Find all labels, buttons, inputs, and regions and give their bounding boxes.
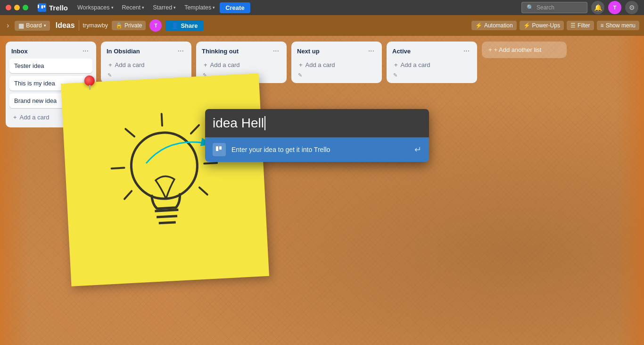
svg-line-11 xyxy=(124,191,132,199)
add-list-button[interactable]: + + Add another list xyxy=(482,42,567,58)
list-in-obsidian-header: In Obsidian ··· xyxy=(105,45,188,59)
sticky-note xyxy=(61,73,269,286)
list-in-obsidian: In Obsidian ··· + Add a card ✎ xyxy=(101,42,191,83)
automation-label: Automation xyxy=(484,22,513,29)
menu-icon: ≡ xyxy=(601,22,604,29)
svg-line-8 xyxy=(112,168,124,168)
list-thinking-out-menu[interactable]: ··· xyxy=(271,46,281,56)
workspace-name: trymawby xyxy=(83,22,108,29)
edit-icon-active[interactable]: ✎ xyxy=(390,71,473,79)
search-bar[interactable]: 🔍 Search xyxy=(521,2,587,13)
board-view-selector[interactable]: ▦ Board ▾ xyxy=(15,21,50,31)
trello-suggestion-icon xyxy=(213,143,226,156)
add-icon: + xyxy=(13,114,17,121)
titlebar: Trello Workspaces ▾ Recent ▾ Starred ▾ T… xyxy=(0,0,644,15)
svg-line-10 xyxy=(204,163,217,163)
card-tester-idea[interactable]: Tester idea xyxy=(9,59,92,73)
svg-line-9 xyxy=(190,125,199,134)
filter-label: Filter xyxy=(578,22,590,29)
board-title: Ideas xyxy=(56,21,75,30)
automation-icon: ⚡ xyxy=(475,22,482,29)
user-avatar[interactable]: T xyxy=(608,1,621,14)
list-inbox-header: Inbox ··· xyxy=(9,45,92,59)
svg-line-7 xyxy=(125,128,134,137)
trello-icon xyxy=(38,3,46,12)
privacy-badge[interactable]: 🔒 Private xyxy=(112,21,146,30)
list-inbox-title: Inbox xyxy=(11,48,28,55)
svg-point-2 xyxy=(130,131,199,200)
nav-starred[interactable]: Starred ▾ xyxy=(149,3,180,12)
list-in-obsidian-menu[interactable]: ··· xyxy=(176,46,186,56)
settings-button[interactable]: ⚙ xyxy=(625,1,638,14)
board-toolbar: › ▦ Board ▾ Ideas trymawby 🔒 Private T 👤… xyxy=(0,15,644,36)
privacy-label: Private xyxy=(124,22,142,29)
titlebar-nav: Workspaces ▾ Recent ▾ Starred ▾ Template… xyxy=(74,2,250,13)
titlebar-right: 🔍 Search 🔔 T ⚙ xyxy=(521,1,638,14)
svg-line-4 xyxy=(157,216,177,217)
create-button[interactable]: Create xyxy=(220,2,250,13)
add-list-icon: + xyxy=(488,46,492,53)
svg-line-6 xyxy=(162,114,162,126)
share-button[interactable]: 👤 Share xyxy=(165,20,203,31)
add-icon-thinking: + xyxy=(204,61,207,68)
enter-icon: ↵ xyxy=(414,144,421,155)
toolbar-right: ⚡ Automation ⚡ Power-Ups ☰ Filter ≡ Show… xyxy=(471,21,639,30)
add-list-label: + Add another list xyxy=(494,46,542,53)
nav-workspaces[interactable]: Workspaces ▾ xyxy=(74,3,117,12)
nav-recent[interactable]: Recent ▾ xyxy=(118,3,149,12)
list-active-header: Active ··· xyxy=(390,45,473,59)
close-button[interactable] xyxy=(6,5,11,10)
add-card-thinking-out[interactable]: + Add a card xyxy=(200,59,283,71)
list-active-title: Active xyxy=(392,48,411,55)
member-avatar[interactable]: T xyxy=(149,19,162,32)
svg-rect-1 xyxy=(43,5,45,8)
separator xyxy=(79,20,79,31)
show-menu-button[interactable]: ≡ Show menu xyxy=(597,21,639,30)
list-next-up: Next up ··· + Add a card ✎ xyxy=(291,42,382,83)
list-thinking-out-title: Thinking out xyxy=(202,48,239,55)
automation-button[interactable]: ⚡ Automation xyxy=(471,21,517,30)
add-icon-active: + xyxy=(394,61,398,68)
power-ups-label: Power-Ups xyxy=(532,22,560,29)
add-icon-next: + xyxy=(299,61,303,68)
filter-icon: ☰ xyxy=(570,22,576,29)
svg-line-5 xyxy=(159,222,176,223)
share-icon: 👤 xyxy=(171,22,179,29)
traffic-lights xyxy=(6,5,28,10)
input-popup-text-area: idea Hell xyxy=(205,109,429,137)
input-suggestion-row[interactable]: Enter your idea to get it into Trello ↵ xyxy=(205,137,429,162)
share-label: Share xyxy=(181,22,198,29)
list-active: Active ··· + Add a card ✎ xyxy=(387,42,477,83)
svg-rect-0 xyxy=(41,5,43,8)
app-name: Trello xyxy=(49,4,68,12)
add-icon-obsidian: + xyxy=(108,61,112,68)
search-label: Search xyxy=(537,4,554,11)
add-card-next-up[interactable]: + Add a card xyxy=(295,59,378,71)
maximize-button[interactable] xyxy=(23,5,28,10)
power-ups-button[interactable]: ⚡ Power-Ups xyxy=(520,21,564,30)
list-next-up-title: Next up xyxy=(297,48,320,55)
list-active-menu[interactable]: ··· xyxy=(462,46,471,56)
list-thinking-out-header: Thinking out ··· xyxy=(200,45,283,59)
add-card-active[interactable]: + Add a card xyxy=(390,59,473,71)
input-value: idea Hell xyxy=(213,116,264,131)
edit-icon-next[interactable]: ✎ xyxy=(295,71,378,79)
lock-icon: 🔒 xyxy=(116,22,123,29)
list-inbox-menu[interactable]: ··· xyxy=(81,46,91,56)
show-menu-label: Show menu xyxy=(606,22,636,29)
nav-templates[interactable]: Templates ▾ xyxy=(181,3,219,12)
search-icon: 🔍 xyxy=(527,4,534,11)
minimize-button[interactable] xyxy=(14,5,20,10)
list-next-up-header: Next up ··· xyxy=(295,45,378,59)
svg-line-3 xyxy=(155,210,178,211)
board-view-label: Board xyxy=(26,22,41,29)
svg-rect-15 xyxy=(219,146,222,150)
board-content: Inbox ··· Tester idea This is my idea Br… xyxy=(0,36,644,345)
suggestion-text: Enter your idea to get it into Trello xyxy=(231,146,409,153)
add-card-obsidian[interactable]: + Add a card xyxy=(105,59,188,71)
text-cursor xyxy=(264,116,265,130)
filter-button[interactable]: ☰ Filter xyxy=(567,21,594,30)
sidebar-collapse-button[interactable]: › xyxy=(5,19,11,32)
list-next-up-menu[interactable]: ··· xyxy=(366,46,376,56)
notification-button[interactable]: 🔔 xyxy=(591,1,604,14)
